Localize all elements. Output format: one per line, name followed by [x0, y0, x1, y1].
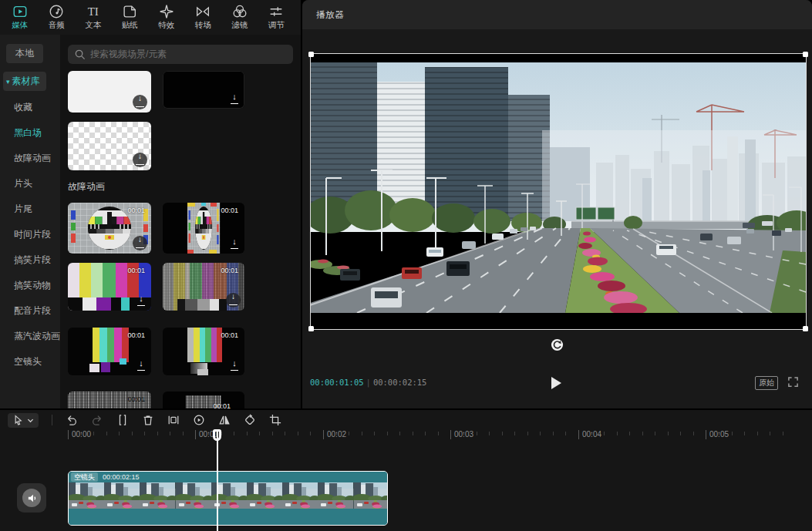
- sidebar-item-intro[interactable]: 片头: [14, 177, 32, 190]
- total-time: 00:00:02:15: [373, 378, 427, 387]
- media-thumb-static-noise-center[interactable]: 00:01: [163, 392, 244, 408]
- freeze-frame-button[interactable]: [167, 414, 180, 426]
- player-title: 播放器: [316, 8, 344, 22]
- tab-filter[interactable]: 滤镜: [221, 0, 258, 35]
- mirror-button[interactable]: [218, 414, 231, 426]
- fullscreen-icon[interactable]: [787, 376, 799, 391]
- sidebar-item-local[interactable]: 本地: [6, 44, 43, 63]
- split-button[interactable]: [116, 414, 129, 426]
- sidebar-item-empty-shot[interactable]: 空镜头: [14, 355, 42, 368]
- reverse-button[interactable]: [193, 414, 205, 426]
- play-button[interactable]: [551, 377, 561, 389]
- tab-effects[interactable]: 特效: [148, 0, 185, 35]
- media-thumb-test-card-strip[interactable]: 00:01: [163, 203, 244, 254]
- video-preview[interactable]: [311, 62, 806, 313]
- hanging-bars: [93, 328, 128, 362]
- media-thumb-white-frame[interactable]: [68, 71, 151, 113]
- download-icon[interactable]: [136, 361, 147, 371]
- sidebar-item-black-white-field[interactable]: 黑白场: [14, 126, 42, 139]
- tab-media[interactable]: 媒体: [2, 0, 39, 35]
- section-title: 故障动画: [68, 180, 105, 193]
- media-library-panel: 搜索视频场景/元素 故障动画 00:01 00:01: [60, 35, 301, 408]
- adjust-icon: [268, 4, 285, 19]
- playhead-line: [217, 429, 218, 531]
- download-icon[interactable]: [226, 293, 241, 308]
- current-time: 00:00:01:05: [310, 378, 364, 387]
- audio-icon: [48, 4, 65, 19]
- media-thumb-transparent-frame[interactable]: [68, 122, 151, 170]
- timecode: 00:00:01:05|00:00:02:15: [310, 378, 426, 387]
- delete-button[interactable]: [142, 414, 154, 426]
- media-thumb-static-noise[interactable]: 00:01: [68, 392, 151, 408]
- media-thumb-test-card[interactable]: 00:01: [68, 203, 151, 254]
- tab-sticker[interactable]: 贴纸: [112, 0, 149, 35]
- clip-footer: [69, 509, 387, 525]
- asset-type-toolbar: 媒体 音频 TI 文本 贴纸 特效 转场: [0, 0, 301, 35]
- download-icon[interactable]: [229, 95, 240, 105]
- clip-label-badge: 空镜头: [71, 472, 98, 482]
- download-icon[interactable]: [229, 240, 240, 250]
- media-icon: [12, 4, 29, 19]
- video-frame-content: [311, 62, 806, 313]
- rotate-handle-icon[interactable]: [551, 338, 564, 351]
- sidebar-item-favorites[interactable]: 收藏: [14, 101, 32, 114]
- clip-header: 空镜头 00:00:02:15: [69, 472, 387, 482]
- sidebar-item-dubbing-clips[interactable]: 配音片段: [14, 304, 51, 318]
- media-thumb-color-bars[interactable]: 00:01: [68, 263, 151, 311]
- tab-adjust[interactable]: 调节: [258, 0, 295, 35]
- caret-down-icon: ▾: [6, 78, 10, 86]
- download-icon[interactable]: [133, 236, 147, 250]
- hanging-bars: [187, 328, 223, 362]
- chevron-down-icon: [27, 417, 34, 424]
- sidebar-item-time-clips[interactable]: 时间片段: [14, 228, 51, 241]
- sidebar-item-funny-clips[interactable]: 搞笑片段: [14, 254, 51, 267]
- rotate-button[interactable]: [244, 414, 256, 426]
- effects-icon: [158, 4, 175, 19]
- download-icon[interactable]: [133, 153, 147, 167]
- player-panel: 播放器: [302, 0, 812, 408]
- media-thumb-black-frame[interactable]: [163, 71, 244, 109]
- selection-handle-top-left[interactable]: [308, 52, 314, 57]
- track-mute-button[interactable]: [17, 483, 46, 513]
- search-icon: [74, 49, 86, 60]
- video-frame[interactable]: [311, 54, 806, 329]
- transition-icon: [194, 4, 211, 19]
- text-icon: TI: [88, 4, 99, 19]
- library-sidebar: 本地 ▾素材库 收藏 黑白场 故障动画 片头 片尾 时间片段 搞笑片段 搞笑动物…: [0, 35, 60, 408]
- tab-audio[interactable]: 音频: [39, 0, 76, 35]
- clip-filmstrip: [69, 482, 387, 509]
- selection-handle-top-right[interactable]: [803, 52, 808, 57]
- media-thumb-color-bars-drop-noise[interactable]: 00:01: [163, 328, 244, 375]
- sidebar-item-funny-animals[interactable]: 搞笑动物: [14, 279, 51, 292]
- media-thumb-color-bars-drop[interactable]: 00:01: [68, 328, 151, 375]
- download-icon[interactable]: [229, 361, 240, 371]
- timeline-panel: 00:00 00:01 00:02 00:03 00:04 00:05 空镜头 …: [0, 410, 812, 531]
- sidebar-item-vaporwave-animation[interactable]: 蒸汽波动画: [14, 330, 60, 343]
- filter-icon: [231, 4, 248, 19]
- selection-handle-bottom-right[interactable]: [803, 326, 808, 331]
- media-thumb-color-bars-noise[interactable]: 00:01: [163, 263, 244, 311]
- download-icon[interactable]: [136, 297, 147, 307]
- sticker-icon: [121, 4, 138, 19]
- tab-transition[interactable]: 转场: [185, 0, 222, 35]
- speaker-icon: [22, 489, 41, 507]
- sidebar-item-outro[interactable]: 片尾: [14, 203, 32, 216]
- undo-button[interactable]: [66, 414, 78, 426]
- download-icon[interactable]: [133, 95, 147, 109]
- timeline-clip[interactable]: 空镜头 00:00:02:15: [68, 471, 388, 526]
- original-quality-button[interactable]: 原始: [755, 376, 778, 390]
- select-tool-button[interactable]: [8, 413, 39, 428]
- tab-text[interactable]: TI 文本: [75, 0, 112, 35]
- redo-button[interactable]: [91, 414, 103, 426]
- toolbar-divider: [52, 415, 52, 425]
- sidebar-item-glitch-animation[interactable]: 故障动画: [14, 152, 51, 165]
- search-input[interactable]: 搜索视频场景/元素: [68, 45, 293, 64]
- clip-duration: 00:00:02:15: [103, 473, 140, 481]
- timeline-toolbar: [8, 412, 281, 428]
- timeline-ruler[interactable]: 00:00 00:01 00:02 00:03 00:04 00:05: [0, 428, 812, 444]
- sidebar-item-material-library[interactable]: ▾素材库: [3, 72, 46, 91]
- crop-button[interactable]: [269, 414, 281, 426]
- player-header: 播放器: [302, 0, 812, 29]
- cursor-icon: [12, 415, 24, 426]
- selection-handle-bottom-left[interactable]: [308, 326, 314, 331]
